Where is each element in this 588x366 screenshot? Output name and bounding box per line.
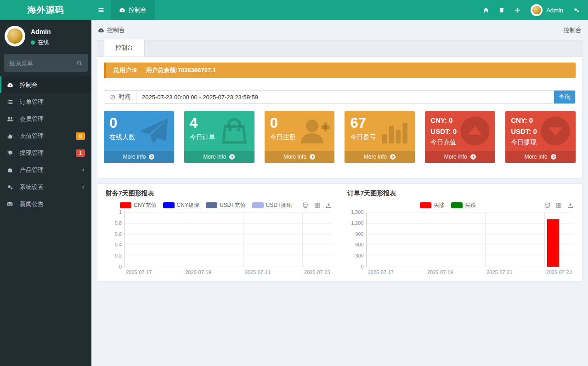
sidebar-item-label: 系统设置 — [20, 183, 44, 191]
stack-icon[interactable] — [302, 202, 309, 209]
legend-item[interactable]: 买涨 — [420, 201, 445, 209]
legend-label: USDT充值 — [220, 201, 246, 209]
home-button[interactable] — [478, 0, 494, 20]
stat-card-body: 0在线人数 — [104, 111, 174, 151]
expand-icon — [514, 7, 520, 13]
hand-up-icon — [7, 133, 20, 139]
user-avatar — [531, 4, 543, 16]
user-menu[interactable]: Admin — [525, 4, 569, 16]
data-view-icon[interactable] — [314, 202, 321, 209]
stat-card-today-profit: 67今日盈亏More info — [345, 111, 415, 163]
nav-tab-dashboard[interactable]: 控制台 — [111, 0, 155, 20]
legend-item[interactable]: CNY提现 — [163, 201, 199, 209]
brand-logo[interactable]: 海外源码 — [0, 0, 91, 20]
stat-line: CNY: 0 — [430, 115, 490, 126]
notification-badge: 1 — [76, 149, 85, 157]
arrow-circle-right-icon — [390, 154, 396, 160]
data-view-icon[interactable] — [555, 202, 562, 209]
sidebar-user-name: Admin — [31, 28, 51, 35]
date-range-input[interactable]: 2025-07-23 00:00:00 - 2025-07-23 23:59:5… — [136, 91, 554, 103]
sidebar-menu: 控制台订单管理会员管理充值管理0提现管理1产品管理系统设置新闻公告 — [0, 76, 91, 212]
chart-title: 订单7天图形报表 — [348, 189, 574, 198]
query-button[interactable]: 查询 — [554, 91, 575, 103]
stat-card-body: CNY: 0USDT: 0今日充值 — [425, 111, 495, 151]
sidebar-toggle-button[interactable] — [91, 0, 111, 20]
y-tick-label: 0.6 — [105, 231, 122, 237]
stat-line: USDT: 0 — [511, 126, 570, 137]
sidebar-item-orders[interactable]: 订单管理 — [0, 93, 91, 110]
chart-toolbox — [544, 202, 574, 209]
bag-icon — [7, 167, 20, 173]
hand-down-icon — [7, 150, 20, 156]
home-icon — [483, 7, 489, 13]
search-input[interactable] — [4, 60, 71, 67]
hamburger-icon — [97, 6, 105, 14]
legend-item[interactable]: USDT提现 — [252, 201, 292, 209]
sidebar-item-recharge[interactable]: 充值管理0 — [0, 127, 91, 144]
legend-label: 买跌 — [465, 201, 476, 209]
breadcrumb-current[interactable]: 控制台 — [98, 26, 125, 34]
sidebar-item-settings[interactable]: 系统设置 — [0, 178, 91, 195]
y-tick-label: 1 — [105, 209, 122, 215]
gridline-v — [243, 212, 243, 267]
trash-icon — [498, 7, 505, 13]
gridline-h — [367, 223, 574, 223]
download-icon[interactable] — [567, 202, 574, 209]
y-tick-label: 900 — [347, 231, 364, 237]
stat-card-today-withdraw: CNY: 0USDT: 0今日提现More info — [505, 111, 576, 163]
more-info-label: More info — [444, 154, 467, 160]
news-icon — [7, 201, 20, 207]
sidebar-item-news[interactable]: 新闻公告 — [0, 195, 91, 212]
y-tick-label: 300 — [347, 253, 364, 258]
gridline-h — [124, 223, 332, 223]
more-info-link[interactable]: More info — [104, 151, 174, 163]
chart-toolbox — [302, 202, 332, 209]
online-status-label: 在线 — [38, 39, 49, 46]
tab-dashboard[interactable]: 控制台 — [104, 40, 145, 57]
breadcrumb-label: 控制台 — [107, 26, 125, 34]
stat-label: 今日盈亏 — [350, 133, 409, 142]
legend-item[interactable]: CNY充值 — [120, 201, 156, 209]
gridline-h — [124, 245, 332, 245]
sidebar-item-products[interactable]: 产品管理 — [0, 161, 91, 178]
gridline-h — [367, 256, 574, 256]
legend-item[interactable]: USDT充值 — [206, 201, 246, 209]
sidebar-item-dashboard[interactable]: 控制台 — [0, 76, 91, 93]
total-users-text: 总用户:9 — [113, 66, 137, 74]
users-icon — [7, 116, 20, 122]
total-balance-text: 用户总余额:7036386707.1 — [146, 66, 216, 74]
stat-card-body: 67今日盈亏 — [345, 111, 415, 151]
search-button[interactable] — [71, 60, 88, 66]
top-navbar: 海外源码 控制台 Admin — [0, 0, 588, 20]
user-name: Admin — [546, 7, 563, 14]
download-icon[interactable] — [325, 202, 332, 209]
y-tick-label: 0.2 — [105, 253, 122, 258]
legend-label: 买涨 — [434, 201, 445, 209]
more-info-link[interactable]: More info — [345, 151, 415, 163]
stat-value: 0 — [270, 114, 329, 132]
list-icon — [7, 99, 20, 105]
fullscreen-button[interactable] — [509, 0, 525, 20]
legend-chip — [206, 202, 217, 208]
x-tick-label: 2025-07-17 — [126, 269, 152, 275]
more-info-link[interactable]: More info — [184, 151, 254, 163]
settings-button[interactable] — [569, 0, 584, 20]
sidebar-item-members[interactable]: 会员管理 — [0, 110, 91, 127]
online-status-dot — [31, 40, 35, 45]
trash-button[interactable] — [494, 0, 509, 20]
stat-label: 今日注册 — [270, 133, 329, 142]
gears-icon — [573, 7, 580, 13]
sidebar-item-withdraw[interactable]: 提现管理1 — [0, 144, 91, 161]
y-tick-label: 0 — [347, 264, 364, 269]
more-info-link[interactable]: More info — [505, 151, 576, 163]
more-info-link[interactable]: More info — [265, 151, 335, 163]
content-area: 控制台 控制台 控制台 总用户:9 用户总余额:7036386707.1 时间 … — [91, 0, 588, 282]
arrow-circle-right-icon — [550, 154, 557, 160]
stack-icon[interactable] — [544, 202, 551, 209]
more-info-label: More info — [525, 154, 548, 160]
breadcrumb-right: 控制台 — [564, 26, 582, 34]
chart-plot: 03006009001,2001,500 — [366, 212, 574, 267]
clock-icon — [110, 94, 116, 100]
legend-item[interactable]: 买跌 — [451, 201, 476, 209]
more-info-link[interactable]: More info — [425, 151, 495, 163]
